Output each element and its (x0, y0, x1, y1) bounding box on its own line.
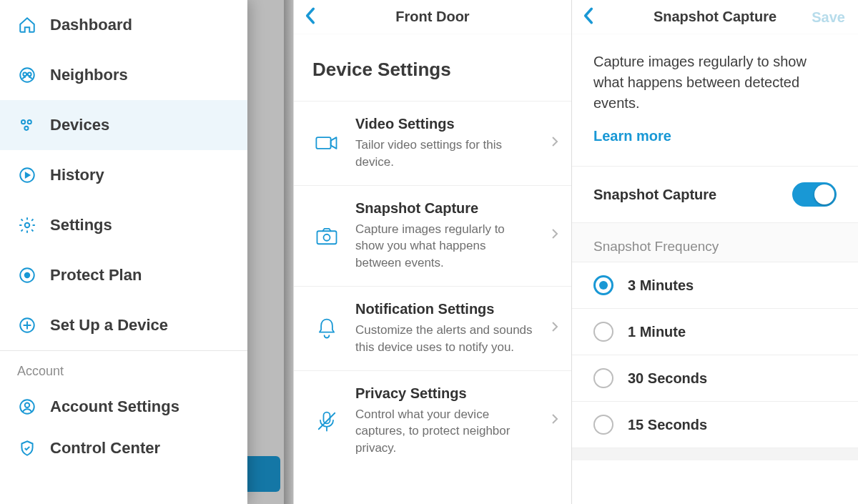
frequency-header: Snapshot Frequency (572, 223, 858, 262)
radio-icon (593, 368, 613, 388)
footer-gap (572, 448, 858, 460)
sidebar-item-control-center[interactable]: Control Center (0, 428, 247, 469)
row-desc: Customize the alerts and sounds this dev… (355, 322, 537, 356)
row-title: Privacy Settings (355, 385, 537, 402)
svg-point-9 (25, 273, 30, 278)
device-settings-panel: Front Door Device Settings Video Setting… (293, 0, 572, 504)
row-snapshot-capture[interactable]: Snapshot Capture Capture images regularl… (294, 185, 571, 286)
sidebar-item-protect-plan[interactable]: Protect Plan (0, 250, 247, 300)
snapshot-description: Capture images regularly to show what ha… (593, 51, 837, 114)
svg-point-0 (20, 68, 34, 82)
sidebar-item-account-settings[interactable]: Account Settings (0, 386, 247, 428)
sidebar-item-dashboard[interactable]: Dashboard (0, 0, 247, 50)
svg-rect-13 (316, 137, 330, 149)
learn-more-link[interactable]: Learn more (593, 128, 671, 144)
radio-icon (593, 322, 613, 342)
row-desc: Tailor video settings for this device. (355, 137, 537, 171)
row-title: Video Settings (355, 116, 537, 132)
person-icon (17, 397, 37, 416)
radio-label: 3 Minutes (628, 277, 694, 294)
home-icon (17, 16, 37, 34)
toggle-label: Snapshot Capture (593, 187, 716, 203)
frequency-option-15sec[interactable]: 15 Seconds (572, 401, 858, 448)
radio-icon (593, 275, 613, 295)
svg-point-3 (21, 120, 25, 124)
gear-icon (17, 216, 37, 234)
chevron-right-icon (551, 136, 563, 151)
sidebar-item-label: Set Up a Device (50, 316, 168, 335)
nav-title: Front Door (395, 9, 469, 25)
back-button[interactable] (582, 6, 595, 28)
sidebar-item-label: Neighbors (50, 66, 128, 84)
svg-point-12 (25, 403, 30, 408)
row-notification-settings[interactable]: Notification Settings Customize the aler… (294, 286, 571, 370)
row-desc: Capture images regularly to show you wha… (355, 221, 537, 272)
nav-title: Snapshot Capture (654, 9, 776, 25)
svg-point-7 (25, 223, 30, 228)
svg-point-2 (28, 73, 31, 76)
shield-check-icon (17, 439, 37, 458)
sidebar-item-label: Protect Plan (50, 266, 142, 285)
devices-icon (17, 116, 37, 134)
row-privacy-settings[interactable]: Privacy Settings Control what your devic… (294, 370, 571, 471)
radio-label: 15 Seconds (628, 417, 707, 433)
neighbors-icon (17, 66, 37, 84)
protect-icon (17, 266, 37, 285)
snapshot-toggle[interactable] (792, 182, 837, 207)
frequency-option-1min[interactable]: 1 Minute (572, 308, 858, 355)
main-sidebar: Dashboard Neighbors Devices History Sett… (0, 0, 247, 504)
sidebar-item-neighbors[interactable]: Neighbors (0, 50, 247, 100)
row-video-settings[interactable]: Video Settings Tailor video settings for… (294, 101, 571, 185)
chevron-right-icon (551, 321, 563, 336)
sidebar-section-account: Account (0, 350, 247, 386)
plus-circle-icon (17, 316, 37, 335)
sidebar-item-label: Devices (50, 116, 109, 134)
sidebar-item-label: Control Center (50, 439, 160, 458)
sidebar-item-devices[interactable]: Devices (0, 100, 247, 150)
sidebar-item-settings[interactable]: Settings (0, 200, 247, 250)
snapshot-navbar: Snapshot Capture Save (572, 0, 858, 34)
frequency-option-30sec[interactable]: 30 Seconds (572, 355, 858, 401)
svg-point-4 (28, 120, 31, 124)
svg-point-1 (23, 73, 26, 76)
svg-point-5 (24, 127, 28, 130)
mic-off-icon (312, 408, 341, 434)
sidebar-item-history[interactable]: History (0, 150, 247, 200)
device-settings-navbar: Front Door (294, 0, 571, 34)
page-title: Device Settings (294, 34, 571, 101)
sidebar-item-label: Settings (50, 216, 112, 234)
snapshot-capture-panel: Snapshot Capture Save Capture images reg… (572, 0, 858, 504)
radio-label: 1 Minute (628, 324, 686, 340)
video-icon (312, 130, 341, 156)
history-icon (17, 166, 37, 184)
frequency-option-3min[interactable]: 3 Minutes (572, 262, 858, 308)
camera-icon (312, 223, 341, 249)
row-desc: Control what your device captures, to pr… (355, 406, 537, 457)
save-button[interactable]: Save (812, 9, 845, 25)
row-title: Snapshot Capture (355, 200, 537, 217)
row-title: Notification Settings (355, 301, 537, 317)
radio-label: 30 Seconds (628, 370, 707, 387)
snapshot-toggle-row: Snapshot Capture (572, 166, 858, 223)
back-button[interactable] (304, 6, 317, 28)
sidebar-panel: Vid Sec Sug Rin Dashboard Neighbors Devi… (0, 0, 293, 504)
sidebar-item-label: History (50, 166, 104, 184)
sidebar-item-setup-device[interactable]: Set Up a Device (0, 300, 247, 350)
svg-rect-14 (317, 231, 337, 244)
radio-icon (593, 415, 613, 435)
chevron-right-icon (551, 228, 563, 243)
svg-point-15 (324, 234, 330, 241)
sidebar-item-label: Account Settings (50, 397, 179, 416)
chevron-right-icon (551, 413, 563, 428)
bell-icon (312, 315, 341, 341)
sidebar-item-label: Dashboard (50, 16, 132, 34)
